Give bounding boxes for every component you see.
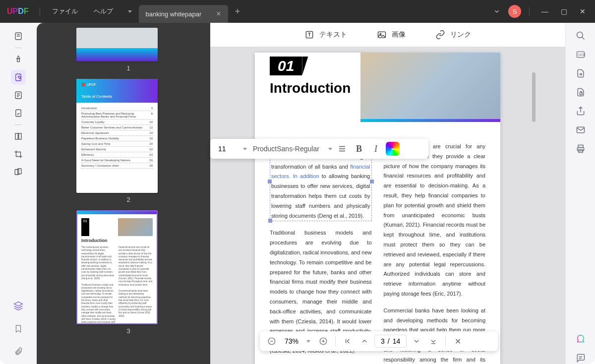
tab-title: banking whitepapar — [146, 10, 202, 18]
section-badge: 01 — [270, 57, 302, 75]
document-tab[interactable]: banking whitepapar × — [139, 5, 228, 23]
scrollbar-thumb[interactable] — [532, 72, 536, 122]
window-maximize-icon[interactable]: ▢ — [556, 4, 571, 19]
thumb-number: 3 — [76, 327, 180, 335]
thumb-number: 1 — [76, 64, 180, 72]
document-area: テキスト 画像 リンク 01 Introduction The contempo… — [210, 23, 565, 364]
svg-marker-14 — [14, 302, 23, 306]
edit-text-tool-icon[interactable] — [11, 70, 26, 85]
edit-link-mode[interactable]: リンク — [435, 30, 471, 40]
comment-icon[interactable] — [575, 352, 587, 364]
page-view[interactable]: 01 Introduction The contemporary, dynami… — [255, 53, 500, 364]
menu-help[interactable]: ヘルプ — [86, 7, 121, 16]
close-bar-button[interactable]: ✕ — [451, 334, 465, 348]
reader-tool-icon[interactable] — [11, 29, 26, 44]
svg-rect-3 — [17, 59, 20, 62]
right-rail: OCR — [565, 23, 595, 364]
svg-rect-9 — [16, 110, 21, 117]
first-page-button[interactable] — [341, 334, 355, 348]
tab-add-button[interactable]: + — [228, 6, 247, 17]
edit-image-mode[interactable]: 画像 — [377, 30, 406, 40]
bookmark-icon[interactable] — [11, 321, 26, 336]
thumbnail-page-2[interactable]: 📕 UPDFTable of Contents Introduction4Pro… — [76, 79, 158, 193]
font-family-select[interactable]: ProductSans-Regular — [253, 145, 332, 153]
thumbnail-panel: 1 📕 UPDFTable of Contents Introduction4P… — [37, 23, 210, 364]
form-tool-icon[interactable] — [11, 106, 26, 121]
zoom-out-button[interactable] — [265, 334, 279, 348]
edit-mode-tools: テキスト 画像 リンク — [210, 23, 565, 47]
print-icon[interactable] — [575, 143, 587, 155]
svg-line-29 — [582, 37, 584, 40]
bold-icon[interactable]: B — [352, 142, 366, 156]
app-logo: UPDF — [0, 7, 36, 16]
body-text[interactable]: Financial records are crucial for any bu… — [384, 142, 486, 299]
next-page-button[interactable] — [410, 334, 423, 348]
export-icon[interactable] — [575, 67, 587, 79]
svg-point-28 — [577, 32, 583, 38]
menu-file[interactable]: ファイル — [44, 7, 86, 16]
tab-list-dropdown[interactable] — [121, 10, 139, 13]
last-page-button[interactable] — [426, 334, 440, 348]
email-icon[interactable] — [575, 124, 587, 136]
hero-image — [360, 53, 500, 122]
thumbnail-page-1[interactable] — [76, 28, 158, 61]
protect-icon[interactable] — [575, 86, 587, 98]
chevron-down-icon[interactable] — [489, 4, 504, 19]
compare-tool-icon[interactable] — [11, 165, 26, 180]
left-rail — [0, 23, 37, 364]
share-icon[interactable] — [575, 105, 587, 117]
highlighter-tool-icon[interactable] — [11, 52, 26, 67]
ai-icon[interactable] — [575, 333, 587, 345]
ocr-icon[interactable]: OCR — [575, 49, 587, 61]
title-bar: UPDF ファイル ヘルプ banking whitepapar × + S —… — [0, 0, 595, 23]
page-title: Introduction — [270, 80, 351, 96]
svg-text:OCR: OCR — [578, 53, 586, 57]
page-control-bar: 73% 3/14 ✕ — [260, 331, 498, 351]
search-icon[interactable] — [575, 30, 587, 42]
thumbnail-page-3[interactable]: 01 Introduction The contemporary dynamic… — [76, 210, 158, 324]
crop-tool-icon[interactable] — [11, 147, 26, 162]
svg-rect-10 — [15, 133, 18, 139]
edit-text-mode[interactable]: テキスト — [304, 30, 347, 40]
svg-rect-11 — [19, 133, 21, 139]
zoom-level-select[interactable]: 73% — [282, 337, 313, 345]
text-format-toolbar: 11 ProductSans-Regular B I — [210, 139, 428, 159]
window-close-icon[interactable]: ✕ — [575, 4, 590, 19]
user-avatar[interactable]: S — [508, 5, 521, 18]
window-minimize-icon[interactable]: — — [537, 4, 552, 19]
font-size-select[interactable]: 11 — [215, 145, 250, 153]
tab-close-icon[interactable]: × — [216, 9, 221, 18]
attachment-icon[interactable] — [11, 344, 26, 359]
align-icon[interactable] — [335, 142, 349, 156]
svg-rect-33 — [580, 93, 582, 95]
prev-page-button[interactable] — [357, 334, 371, 348]
layers-icon[interactable] — [11, 299, 26, 313]
zoom-in-button[interactable] — [316, 334, 330, 348]
italic-icon[interactable]: I — [369, 142, 383, 156]
thumb-number: 2 — [76, 196, 180, 203]
color-picker-icon[interactable] — [386, 142, 400, 156]
page-tool-icon[interactable] — [11, 88, 26, 103]
organize-tool-icon[interactable] — [11, 129, 26, 144]
page-number-input[interactable]: 3/14 — [374, 335, 407, 348]
